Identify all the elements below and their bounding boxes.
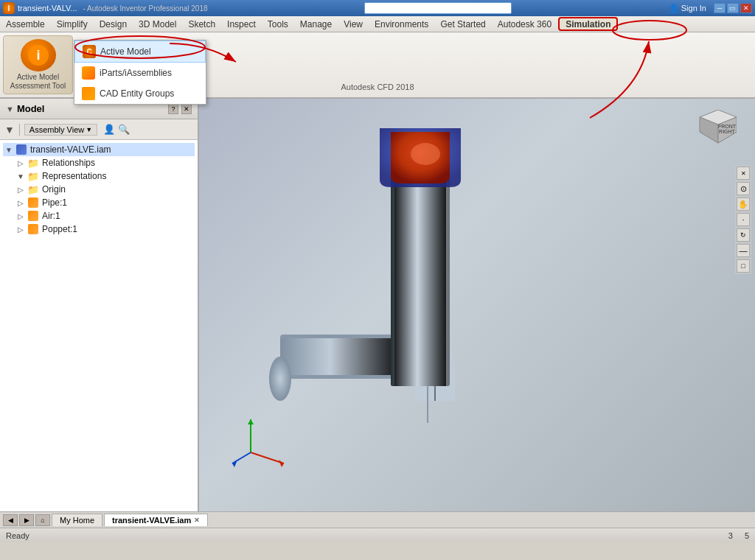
tab-my-home-label: My Home (60, 516, 94, 525)
status-right: 3 5 (728, 531, 749, 540)
toolbar-separator (19, 124, 20, 136)
svg-point-13 (269, 357, 291, 401)
cad-icon (82, 87, 95, 100)
tab-scroll-left[interactable]: ◀ (3, 514, 18, 526)
person-icon[interactable]: 👤 (103, 124, 115, 135)
assembly-view-dropdown-icon[interactable]: ▼ (86, 126, 92, 133)
tree-item-relationships[interactable]: ▷ 📁 Relationships (3, 156, 195, 169)
tree-label-origin: Origin (42, 184, 66, 195)
iparts-icon (82, 66, 95, 80)
3d-model-svg (258, 106, 553, 438)
svg-rect-7 (280, 338, 406, 375)
tree-icon-representations: 📁 (27, 171, 40, 181)
tree-icon-poppet (27, 224, 40, 234)
active-model-icon: C (83, 45, 96, 58)
sign-in-btn[interactable]: 👤 Sign In (669, 4, 706, 13)
tree-icon-relationships: 📁 (27, 158, 40, 168)
tree-label-poppet: Poppet:1 (42, 224, 77, 234)
panel-help-btn[interactable]: ? (168, 104, 178, 114)
menubar: Assemble Simplify Design 3D Model Sketch… (0, 16, 755, 32)
tree-icon-assembly (15, 144, 28, 155)
menu-sketch[interactable]: Sketch (182, 16, 221, 32)
dropdown-cad[interactable]: CAD Entity Groups (74, 83, 206, 104)
menu-assemble[interactable]: Assemble (0, 16, 51, 32)
tree-item-pipe[interactable]: ▷ Pipe:1 (3, 196, 195, 209)
tree-item-representations[interactable]: ▼ 📁 Representations (3, 169, 195, 183)
panel-controls: ? ✕ (168, 104, 192, 114)
dropdown-active-model[interactable]: C Active Model (74, 41, 206, 63)
assembly-view-btn[interactable]: Assembly View ▼ (24, 124, 97, 136)
menu-manage[interactable]: Manage (294, 16, 338, 32)
tree-expand-representations[interactable]: ▼ (15, 172, 27, 181)
tree-expand-origin[interactable]: ▷ (15, 186, 27, 194)
view-btn-close[interactable]: ✕ (737, 167, 750, 180)
menu-environments[interactable]: Environments (369, 16, 434, 32)
menu-simplify[interactable]: Simplify (51, 16, 94, 32)
status-text: Ready (6, 531, 29, 540)
svg-text:FRONT: FRONT (718, 124, 737, 129)
tree-expand-air[interactable]: ▷ (15, 212, 27, 220)
tree-expand-root[interactable]: ▼ (3, 146, 15, 154)
title-text: transient-VALV... (18, 4, 77, 13)
panel-toolbar: ▼ Assembly View ▼ 👤 🔍 (0, 119, 198, 140)
panel-close-btn[interactable]: ✕ (181, 104, 192, 114)
menu-simulation[interactable]: Simulation (558, 17, 618, 31)
tree-item-air[interactable]: ▷ Air:1 (3, 209, 195, 223)
viewport[interactable]: FRONT RIGHT ✕ ⊙ ✋ · ↻ — □ (199, 99, 755, 511)
window-controls: ─ ▭ ✕ (714, 3, 752, 13)
tree-expand-pipe[interactable]: ▷ (15, 199, 27, 207)
tab-transient[interactable]: transient-VALVE.iam ✕ (104, 514, 208, 526)
view-btn-orbit[interactable]: ⊙ (737, 182, 750, 195)
panel-title: Model (17, 103, 45, 114)
view-cube[interactable]: FRONT RIGHT (689, 110, 733, 147)
app-icon: I (3, 2, 15, 14)
menu-inspect[interactable]: Inspect (221, 16, 262, 32)
menu-design[interactable]: Design (94, 16, 133, 32)
view-btn-minus[interactable]: — (737, 244, 750, 257)
minimize-btn[interactable]: ─ (714, 3, 726, 13)
view-btn-pan[interactable]: ✋ (737, 197, 750, 211)
filter-icon[interactable]: ▼ (4, 124, 15, 136)
view-btn-rotate[interactable]: ↻ (737, 228, 750, 242)
tab-home-btn[interactable]: ⌂ (35, 514, 50, 526)
tree-label-pipe: Pipe:1 (42, 197, 67, 208)
tree-icon-pipe (27, 197, 40, 208)
search-tree-icon[interactable]: 🔍 (118, 124, 130, 135)
tree-icon-origin: 📁 (27, 184, 40, 195)
svg-marker-25 (232, 460, 237, 467)
menu-getstarted[interactable]: Get Started (434, 16, 491, 32)
close-btn[interactable]: ✕ (740, 3, 752, 13)
tree-label-root: transient-VALVE.iam (30, 144, 111, 155)
status-num1: 3 (728, 531, 733, 540)
tree-expand-relationships[interactable]: ▷ (15, 159, 27, 167)
tab-scroll-right[interactable]: ▶ (19, 514, 34, 526)
tree-label-relationships: Relationships (42, 158, 95, 168)
view-btn-rect[interactable]: □ (737, 259, 750, 273)
tree-item-poppet[interactable]: ▷ Poppet:1 (3, 223, 195, 236)
menu-view[interactable]: View (338, 16, 369, 32)
svg-point-12 (411, 143, 440, 165)
tree-item-root[interactable]: ▼ transient-VALVE.iam (3, 143, 195, 156)
coordinate-axes (229, 416, 288, 475)
tabbar: ◀ ▶ ⌂ My Home transient-VALVE.iam ✕ (0, 511, 755, 528)
left-panel: ▼ Model ? ✕ ▼ Assembly View ▼ 👤 🔍 ▼ (0, 99, 199, 511)
svg-text:i: i (36, 48, 40, 63)
tree-expand-poppet[interactable]: ▷ (15, 225, 27, 234)
menu-3dmodel[interactable]: 3D Model (133, 16, 182, 32)
status-num2: 5 (745, 531, 749, 540)
svg-marker-23 (248, 419, 254, 424)
dropdown-iparts[interactable]: iParts/iAssemblies (74, 63, 206, 83)
tool-icon-block: i Active ModelAssessment Tool (3, 35, 73, 94)
menu-tools[interactable]: Tools (262, 16, 294, 32)
dropdown-active-model-label: Active Model (100, 46, 151, 57)
tree-item-origin[interactable]: ▷ 📁 Origin (3, 183, 195, 196)
menu-autodesk360[interactable]: Autodesk 360 (492, 16, 557, 32)
ribbon: i Active ModelAssessment Tool C Active M… (0, 32, 755, 99)
panel-menu-icon[interactable]: ▼ (6, 105, 14, 113)
search-input[interactable] (364, 2, 512, 14)
view-btn-dot[interactable]: · (737, 213, 750, 226)
assessment-tool-icon: i (21, 39, 56, 71)
tab-my-home[interactable]: My Home (52, 514, 102, 526)
tab-transient-close[interactable]: ✕ (194, 517, 200, 524)
restore-btn[interactable]: ▭ (727, 3, 739, 13)
